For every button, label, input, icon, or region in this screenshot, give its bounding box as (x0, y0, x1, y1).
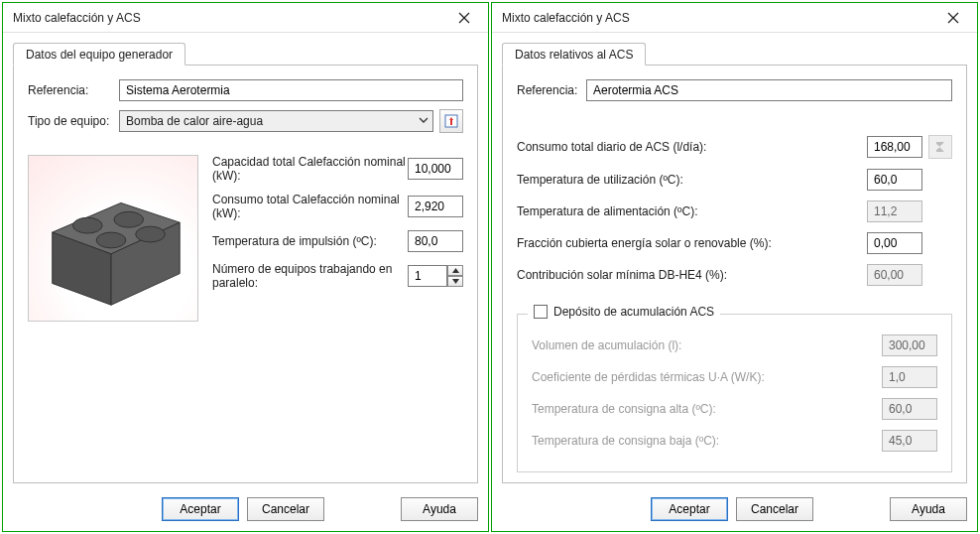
use-temp-label: Temperatura de utilización (ºC): (517, 173, 867, 187)
titlebar: Mixto calefacción y ACS (492, 3, 977, 33)
param-column: Capacidad total Calefacción nominal (kW)… (212, 155, 463, 322)
row-min-solar-contrib: Contribución solar mínima DB-HE4 (%): (517, 264, 952, 286)
body: Datos del equipo generador Referencia: T… (3, 33, 488, 489)
parallel-units-input[interactable] (408, 265, 447, 287)
chevron-down-icon (419, 114, 429, 128)
feed-temp-input (867, 200, 922, 222)
row-supply-temp: Temperatura de impulsión (ºC): (212, 230, 463, 252)
close-button[interactable] (446, 5, 482, 31)
feed-temp-label: Temperatura de alimentación (ºC): (517, 204, 867, 218)
equipment-type-label: Tipo de equipo: (28, 114, 119, 128)
row-reference: Referencia: (517, 79, 952, 101)
svg-point-8 (114, 211, 144, 227)
row-tank-volume: Volumen de acumulación (l): (532, 334, 937, 356)
svg-marker-11 (452, 268, 459, 273)
sum-button[interactable] (928, 135, 952, 159)
daily-consumption-input[interactable] (867, 136, 922, 158)
close-button[interactable] (935, 5, 971, 31)
import-icon (443, 113, 459, 129)
tab-panel: Referencia: Consumo total diario de ACS … (502, 65, 967, 483)
tabstrip: Datos del equipo generador (13, 41, 478, 65)
daily-consumption-label: Consumo total diario de ACS (l/día): (517, 140, 867, 154)
accept-button[interactable]: Aceptar (651, 497, 728, 521)
arrow-down-icon (452, 279, 459, 284)
row-solar-fraction: Fracción cubierta energía solar o renova… (517, 232, 952, 254)
groupbox-tank: Depósito de acumulación ACS Volumen de a… (517, 314, 952, 472)
heating-consumption-label: Consumo total Calefacción nominal (kW): (212, 193, 408, 220)
reference-input[interactable] (119, 79, 463, 101)
row-reference: Referencia: (28, 79, 463, 101)
row-tank-ua: Coeficiente de pérdidas térmicas U·A (W/… (532, 366, 937, 388)
row-heating-consumption: Consumo total Calefacción nominal (kW): (212, 193, 463, 220)
supply-temp-label: Temperatura de impulsión (ºC): (212, 234, 408, 248)
heating-capacity-input[interactable] (408, 158, 463, 180)
svg-point-9 (96, 232, 126, 248)
row-tank-low-setpoint: Temperatura de consigna baja (ºC): (532, 430, 937, 452)
supply-temp-input[interactable] (408, 230, 463, 252)
spinner-up-button[interactable] (447, 265, 463, 276)
tank-legend: Depósito de acumulación ACS (528, 305, 720, 319)
svg-rect-3 (450, 120, 452, 125)
accept-button[interactable]: Aceptar (162, 497, 239, 521)
cancel-button[interactable]: Cancelar (736, 497, 813, 521)
svg-point-7 (72, 217, 102, 233)
tank-low-setpoint-label: Temperatura de consigna baja (ºC): (532, 434, 882, 448)
svg-point-10 (136, 226, 166, 242)
button-bar: Aceptar Cancelar Ayuda (492, 489, 977, 531)
sigma-icon (933, 140, 947, 154)
svg-marker-12 (452, 279, 459, 284)
row-feed-temp: Temperatura de alimentación (ºC): (517, 200, 952, 222)
button-bar: Aceptar Cancelar Ayuda (3, 489, 488, 531)
equipment-type-select[interactable]: Bomba de calor aire-agua (119, 110, 433, 132)
tank-volume-input (882, 334, 937, 356)
reference-input[interactable] (586, 79, 952, 101)
window-title: Mixto calefacción y ACS (502, 11, 630, 25)
titlebar: Mixto calefacción y ACS (3, 3, 488, 33)
row-heating-capacity: Capacidad total Calefacción nominal (kW)… (212, 155, 463, 183)
min-solar-contrib-label: Contribución solar mínima DB-HE4 (%): (517, 268, 867, 282)
row-use-temp: Temperatura de utilización (ºC): (517, 169, 952, 191)
help-button[interactable]: Ayuda (401, 497, 478, 521)
equipment-type-value: Bomba de calor aire-agua (126, 114, 263, 128)
tank-legend-text: Depósito de acumulación ACS (553, 305, 714, 319)
parallel-units-label: Número de equipos trabajando en paralelo… (212, 262, 408, 290)
tank-high-setpoint-label: Temperatura de consigna alta (ºC): (532, 402, 882, 416)
solar-fraction-input[interactable] (867, 232, 922, 254)
row-parallel-units: Número de equipos trabajando en paralelo… (212, 262, 463, 290)
tabstrip: Datos relativos al ACS (502, 41, 967, 65)
heating-capacity-label: Capacidad total Calefacción nominal (kW)… (212, 155, 408, 183)
reference-label: Referencia: (517, 83, 586, 97)
heating-consumption-input[interactable] (408, 196, 463, 217)
close-icon (458, 12, 470, 24)
tab-generator-data[interactable]: Datos del equipo generador (13, 43, 185, 66)
import-equipment-button[interactable] (439, 109, 463, 133)
tank-high-setpoint-input (882, 398, 937, 420)
tank-ua-input (882, 366, 937, 388)
arrow-up-icon (452, 268, 459, 273)
cancel-button[interactable]: Cancelar (247, 497, 324, 521)
tank-volume-label: Volumen de acumulación (l): (532, 338, 882, 352)
min-solar-contrib-input (867, 264, 922, 286)
tank-low-setpoint-input (882, 430, 937, 452)
tab-acs-data[interactable]: Datos relativos al ACS (502, 43, 646, 66)
close-icon (947, 12, 959, 24)
spinner-down-button[interactable] (447, 276, 463, 287)
tank-ua-label: Coeficiente de pérdidas térmicas U·A (W/… (532, 370, 882, 384)
use-temp-input[interactable] (867, 169, 922, 191)
row-equipment-type: Tipo de equipo: Bomba de calor aire-agua (28, 109, 463, 133)
row-tank-high-setpoint: Temperatura de consigna alta (ºC): (532, 398, 937, 420)
row-daily-consumption: Consumo total diario de ACS (l/día): (517, 135, 952, 159)
tab-panel: Referencia: Tipo de equipo: Bomba de cal… (13, 65, 478, 483)
solar-fraction-label: Fracción cubierta energía solar o renova… (517, 236, 867, 250)
heatpump-illustration (29, 156, 197, 321)
reference-label: Referencia: (28, 83, 119, 97)
help-button[interactable]: Ayuda (890, 497, 967, 521)
mid-block: Capacidad total Calefacción nominal (kW)… (28, 155, 463, 322)
body: Datos relativos al ACS Referencia: Consu… (492, 33, 977, 489)
dialog-generator: Mixto calefacción y ACS Datos del equipo… (2, 2, 489, 532)
parallel-units-spinner (408, 265, 463, 287)
dialog-acs: Mixto calefacción y ACS Datos relativos … (491, 2, 978, 532)
window-title: Mixto calefacción y ACS (13, 11, 141, 25)
equipment-thumbnail (28, 155, 198, 322)
tank-checkbox[interactable] (534, 305, 548, 319)
